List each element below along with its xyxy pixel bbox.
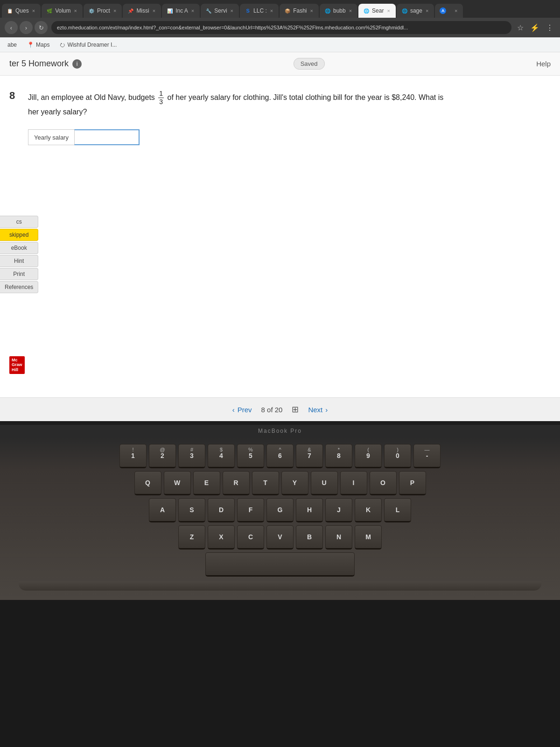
left-sidebar: cs skipped eBook Hint Print References [0,216,38,293]
key-6[interactable]: ^6 [266,444,294,468]
key-i[interactable]: I [340,471,367,495]
help-button[interactable]: Help [536,60,551,68]
key-5[interactable]: %5 [237,444,264,468]
tab-close-ques[interactable]: × [31,7,36,14]
macbook-label: MacBook Pro [0,425,560,437]
tab-buble[interactable]: 🌐 bubb × [320,4,357,18]
skipped-button[interactable]: skipped [0,229,38,241]
tab-ques[interactable]: 📋 Ques × [2,4,41,18]
key-f[interactable]: F [237,498,264,522]
tab-inca[interactable]: 📊 Inc A × [162,4,200,18]
bookmark-abe[interactable]: abe [5,41,20,49]
tab-close-fashi[interactable]: × [309,7,314,14]
key-t[interactable]: T [252,471,279,495]
tab-llc[interactable]: S LLC : × [240,4,279,18]
key-2[interactable]: @2 [149,444,176,468]
tab-favicon-volum: 🌿 [46,7,53,14]
question-number: 8 [9,90,15,102]
bookmark-icon[interactable]: ☆ [515,21,525,34]
tab-favicon-a: A [440,7,446,14]
tab-missi[interactable]: 📌 Missi × [123,4,161,18]
bookmark-maps[interactable]: 📍 Maps [24,41,52,49]
tab-close-volum[interactable]: × [73,7,77,14]
references-button[interactable]: References [0,281,38,293]
key-n[interactable]: N [325,525,352,550]
key-d[interactable]: D [208,498,235,522]
print-button[interactable]: Print [0,268,38,280]
bottom-nav: ‹ Prev 8 of 20 ⊞ Next › [0,397,560,421]
key-7[interactable]: &7 [296,444,323,468]
key-m[interactable]: M [355,525,382,550]
keyboard-area: !1 @2 #3 $4 %5 ^6 &7 *8 (9 )0 —- Q W E R… [0,437,560,600]
key-minus[interactable]: —- [413,444,441,468]
key-row-qwerty: Q W E R T Y U I O P [70,471,490,495]
refresh-button[interactable]: ↻ [35,21,48,34]
prev-button[interactable]: ‹ Prev [232,406,252,414]
key-l[interactable]: L [384,498,411,522]
info-icon[interactable]: i [72,59,82,69]
key-4[interactable]: $4 [208,444,235,468]
tab-sear[interactable]: 🌐 Sear × [358,4,396,18]
key-a[interactable]: A [149,498,176,522]
tab-fashi[interactable]: 📦 Fashi × [280,4,319,18]
tab-a[interactable]: A × [435,4,463,18]
key-q[interactable]: Q [134,471,161,495]
bookmark-wishful[interactable]: ⭮ Wishful Dreamer I... [57,41,119,49]
tab-volum[interactable]: 🌿 Volum × [42,4,83,18]
key-8[interactable]: *8 [325,444,352,468]
key-c[interactable]: C [237,525,264,550]
key-s[interactable]: S [178,498,205,522]
key-w[interactable]: W [164,471,191,495]
key-z[interactable]: Z [178,525,205,550]
key-b[interactable]: B [296,525,323,550]
key-3[interactable]: #3 [178,444,205,468]
tab-favicon-proct: ⚙️ [88,7,95,14]
key-k[interactable]: K [355,498,382,522]
address-input[interactable] [51,21,511,34]
tab-close-sear[interactable]: × [386,7,391,14]
tab-proct[interactable]: ⚙️ Proct × [84,4,122,18]
key-p[interactable]: P [399,471,426,495]
tab-close-buble[interactable]: × [348,7,353,14]
tab-close-sage[interactable]: × [425,7,429,14]
forward-button[interactable]: › [20,21,33,34]
key-0[interactable]: )0 [384,444,411,468]
tab-close-proct[interactable]: × [112,7,117,14]
menu-icon[interactable]: ⋮ [544,21,555,34]
chapter-title-area: ter 5 Homework i [9,59,82,69]
key-x[interactable]: X [208,525,235,550]
key-o[interactable]: O [370,471,397,495]
key-y[interactable]: Y [281,471,308,495]
ebook-button[interactable]: eBook [0,242,38,254]
back-button[interactable]: ‹ [5,21,18,34]
tab-servi[interactable]: 🔧 Servi × [201,4,239,18]
tab-favicon-fashi: 📦 [284,7,291,14]
tab-close-a[interactable]: × [454,7,458,14]
laptop-bottom [19,581,541,591]
tab-favicon-sear: 🌐 [363,7,370,14]
key-u[interactable]: U [311,471,338,495]
key-9[interactable]: (9 [355,444,382,468]
key-r[interactable]: R [223,471,250,495]
key-h[interactable]: H [296,498,323,522]
key-1[interactable]: !1 [119,444,147,468]
key-g[interactable]: G [266,498,294,522]
key-space[interactable] [205,552,355,577]
hint-button[interactable]: Hint [0,255,38,267]
grid-icon[interactable]: ⊞ [292,404,299,415]
tab-close-inca[interactable]: × [190,7,195,14]
key-j[interactable]: J [325,498,352,522]
maps-icon: 📍 [27,42,34,48]
extensions-icon[interactable]: ⚡ [528,21,541,34]
tab-sage[interactable]: 🌐 sage × [397,4,434,18]
next-chevron-icon: › [325,406,328,414]
key-row-asdf: A S D F G H J K L [70,498,490,522]
tab-close-servi[interactable]: × [230,7,234,14]
tab-close-missi[interactable]: × [152,7,156,14]
next-button[interactable]: Next › [308,406,328,414]
tab-close-llc[interactable]: × [269,7,274,14]
key-e[interactable]: E [193,471,220,495]
answer-input[interactable] [74,129,140,145]
mcgraw-hill-logo: Mc Graw Hill [9,356,25,374]
key-v[interactable]: V [266,525,294,550]
